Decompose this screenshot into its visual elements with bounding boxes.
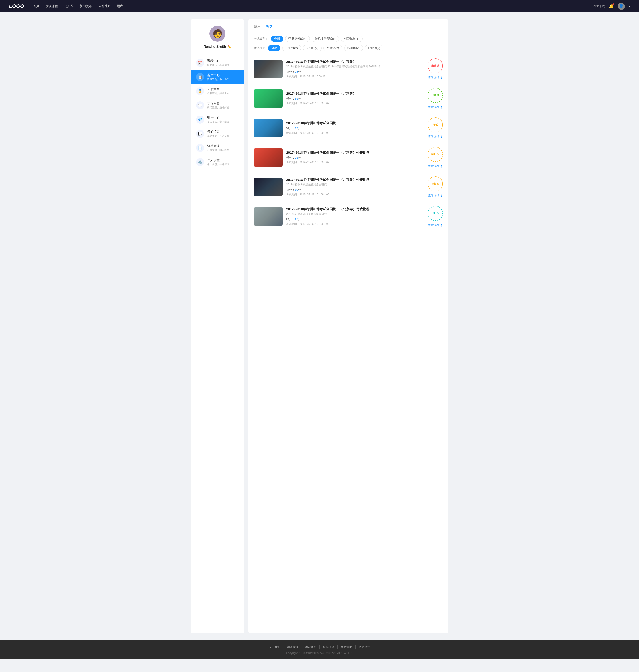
exam-detail-link[interactable]: 查看详情 ❯ <box>428 134 443 139</box>
nav-link[interactable]: 首页 <box>33 4 39 8</box>
sidebar-icon-exam-center: 📋 <box>196 73 204 81</box>
sidebar-title-exam-center: 题库中心 <box>207 73 239 77</box>
sidebar-item-qa[interactable]: 💬 学习问答 课后重温、疑难解答 <box>191 98 244 112</box>
exam-item: 2017–2018年行测证件考试全国统一 得分：99分 考试时间：2019–05… <box>254 113 443 143</box>
filter-status-reviewed[interactable]: 已批阅(2) <box>365 45 384 51</box>
exam-time: 考试时间：2019–05–03 10：09：09 <box>286 101 424 105</box>
footer-link[interactable]: 网站地图 <box>302 645 320 649</box>
tab-question-bank[interactable]: 题库 <box>254 25 261 31</box>
nav-link[interactable]: 发现课程 <box>46 4 58 8</box>
notification-bell[interactable]: 🔔 <box>609 4 614 9</box>
nav-link[interactable]: 公开课 <box>64 4 74 8</box>
exam-thumbnail <box>254 178 283 196</box>
exam-time: 考试时间：2019–05–03 10：09：09 <box>286 131 424 135</box>
exam-score: 得分：25分 <box>286 156 424 160</box>
exam-actions: 已通过 查看详情 ❯ <box>428 88 443 109</box>
nav-link[interactable]: 新闻资讯 <box>80 4 92 8</box>
exam-time: 考试时间：2019–05–03 10:09:09 <box>286 75 424 79</box>
exam-detail-link[interactable]: 查看详情 ❯ <box>428 76 443 80</box>
nav-link[interactable]: 题库 <box>117 4 123 8</box>
app-download-link[interactable]: APP下载 <box>593 4 605 8</box>
user-avatar[interactable]: 👤 <box>618 3 625 10</box>
sidebar-icon-account: 💎 <box>196 115 204 124</box>
sidebar-title-certificate: 证书荣誉 <box>207 87 239 91</box>
tab-exam[interactable]: 考试 <box>266 25 272 31</box>
sidebar-subtitle-messages: 消息通知、及时了解 <box>207 134 239 138</box>
exam-info: 2017–2018年行测证件考试全国统一 得分：99分 考试时间：2019–05… <box>286 121 424 135</box>
notification-dot <box>612 3 614 5</box>
exam-score: 得分：99分 <box>286 97 424 101</box>
sidebar-item-messages[interactable]: 💭 我的消息 消息通知、及时了解 <box>191 127 244 141</box>
exam-detail-link[interactable]: 查看详情 ❯ <box>428 223 443 227</box>
sidebar-menu: 📅 课程中心 精彩课程、不容错过 📋 题库中心 海量习题、助力通关 🏅 证书荣誉… <box>191 56 244 169</box>
exam-title: 2017–2018年行测证件考试全国统一（北京卷） <box>286 92 424 96</box>
nav-link[interactable]: 问答社区 <box>98 4 111 8</box>
exam-title: 2017–2018年行测证件考试全国统一 <box>286 121 424 125</box>
filter-type-all[interactable]: 全部 <box>271 36 283 42</box>
exam-info: 2017–2018年行测证件考试全国统一（北京卷） 2018年行测考试是最值得多… <box>286 60 424 79</box>
sidebar-icon-course-center: 📅 <box>196 59 204 67</box>
exam-desc: 2018年行测考试是最值得多去研究 2018年行测考试是最值得多去研究 2018… <box>286 65 424 68</box>
sidebar-profile: 🧑 Natalie Smith ✏️ <box>191 19 244 53</box>
exam-detail-link[interactable]: 查看详情 ❯ <box>428 194 443 197</box>
filter-status-passed[interactable]: 已通过(2) <box>282 45 301 51</box>
exam-detail-link[interactable]: 查看详情 ❯ <box>428 105 443 109</box>
sidebar-subtitle-account: 个人权益、实时掌握 <box>207 120 239 124</box>
exam-time: 考试时间：2019–05–03 10：09：09 <box>286 193 424 196</box>
sidebar-subtitle-course-center: 精彩课程、不容错过 <box>207 63 239 67</box>
exam-item: 2017–2018年行测证件考试全国统一（北京卷） 得分：99分 考试时间：20… <box>254 84 443 113</box>
filter-status-reviewing[interactable]: 待批阅(2) <box>344 45 363 51</box>
user-name-row: Natalie Smith ✏️ <box>204 45 231 49</box>
exam-score: 得分：99分 <box>286 188 424 192</box>
exam-time: 考试时间：2019–05–03 10：09：09 <box>286 222 424 226</box>
exam-desc: 2018年行测考试是最值得多去研究 <box>286 212 424 216</box>
sidebar-subtitle-qa: 课后重温、疑难解答 <box>207 106 239 109</box>
filter-type-paid[interactable]: 付费批卷(6) <box>341 36 362 42</box>
filter-status-pending[interactable]: 待考试(2) <box>324 45 342 51</box>
exam-thumbnail <box>254 207 283 226</box>
exam-time: 考试时间：2019–05–03 10：09：09 <box>286 161 424 164</box>
filter-status-label: 考试状态 <box>254 46 265 50</box>
nav-link[interactable]: ··· <box>129 4 132 8</box>
footer-link[interactable]: 免费声明 <box>338 645 356 649</box>
sidebar-item-orders[interactable]: 📄 订单管理 订单支出、明明白白 <box>191 141 244 155</box>
sidebar-icon-settings: ⚙️ <box>196 158 204 166</box>
navbar: LOGO 首页发现课程公开课新闻资讯问答社区题库··· APP下载 🔔 👤 ▾ <box>0 0 639 12</box>
footer-link[interactable]: 关于我们 <box>266 645 284 649</box>
footer-link[interactable]: 招贤纳士 <box>356 645 373 649</box>
exam-info: 2017–2018年行测证件考试全国统一（北京卷）付费批卷 得分：25分 考试时… <box>286 150 424 164</box>
sidebar-icon-messages: 💭 <box>196 130 204 138</box>
edit-profile-icon[interactable]: ✏️ <box>228 45 231 49</box>
exam-status-stamp: 已通过 <box>428 88 443 103</box>
user-menu-chevron[interactable]: ▾ <box>629 5 630 8</box>
exam-actions: 待批阅 查看详情 ❯ <box>428 176 443 197</box>
sidebar-item-account[interactable]: 💎 账户中心 个人权益、实时掌握 <box>191 112 244 127</box>
sidebar-subtitle-settings: 个人信息、一键管理 <box>207 163 239 166</box>
sidebar-item-certificate[interactable]: 🏅 证书荣誉 收获荣誉、持证上岗 <box>191 84 244 98</box>
exam-status-stamp: 待批阅 <box>428 176 443 191</box>
sidebar-title-messages: 我的消息 <box>207 130 239 134</box>
sidebar-title-course-center: 课程中心 <box>207 59 239 63</box>
exam-info: 2017–2018年行测证件考试全国统一（北京卷）付费批卷 2018年行测考试是… <box>286 207 424 226</box>
filter-type-row: 考试类型： 全部证书类考试(4)随机抽题考试(5)付费批卷(6) <box>254 36 443 42</box>
nav-links: 首页发现课程公开课新闻资讯问答社区题库··· <box>33 4 593 8</box>
sidebar-title-orders: 订单管理 <box>207 144 239 148</box>
filter-status-all[interactable]: 全部 <box>268 45 280 51</box>
exam-actions: 已批阅 查看详情 ❯ <box>428 206 443 227</box>
exam-score: 得分：99分 <box>286 126 424 130</box>
main-panel: 题库考试 考试类型： 全部证书类考试(4)随机抽题考试(5)付费批卷(6) 考试… <box>249 19 448 633</box>
exam-detail-link[interactable]: 查看详情 ❯ <box>428 164 443 168</box>
filter-type-random[interactable]: 随机抽题考试(5) <box>312 36 339 42</box>
exam-title: 2017–2018年行测证件考试全国统一（北京卷）付费批卷 <box>286 207 424 211</box>
exam-item: 2017–2018年行测证件考试全国统一（北京卷）付费批卷 2018年行测考试是… <box>254 172 443 202</box>
exam-title: 2017–2018年行测证件考试全国统一（北京卷） <box>286 60 424 64</box>
filter-type-cert[interactable]: 证书类考试(4) <box>285 36 310 42</box>
sidebar-icon-certificate: 🏅 <box>196 87 204 95</box>
sidebar-item-exam-center[interactable]: 📋 题库中心 海量习题、助力通关 <box>191 70 244 84</box>
sidebar-item-settings[interactable]: ⚙️ 个人设置 个人信息、一键管理 <box>191 155 244 169</box>
footer-copyright: Copyright® 云朵商学院 版权所有 京ICP备17051340号–1 <box>4 651 635 655</box>
footer-link[interactable]: 合作伙伴 <box>320 645 338 649</box>
sidebar-item-course-center[interactable]: 📅 课程中心 精彩课程、不容错过 <box>191 56 244 70</box>
filter-status-failed[interactable]: 未通过(2) <box>303 45 322 51</box>
footer-link[interactable]: 加盟代理 <box>284 645 302 649</box>
